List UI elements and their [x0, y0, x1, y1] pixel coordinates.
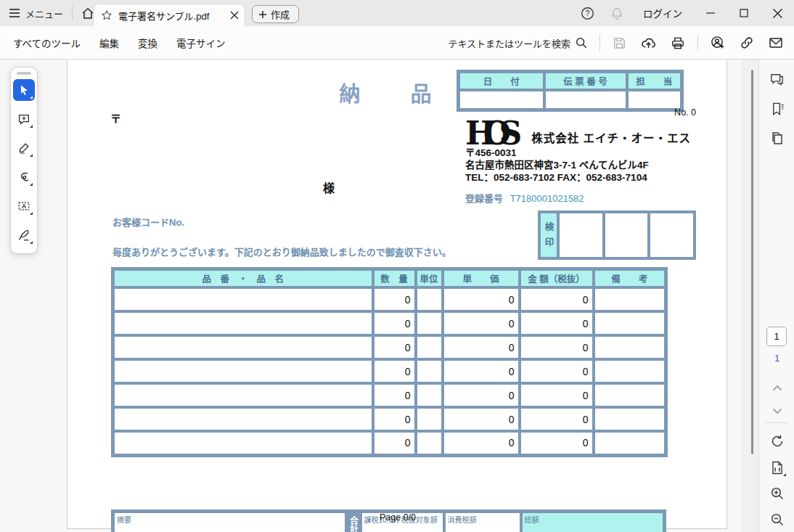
- item-unit: [416, 359, 443, 383]
- add-reviewer-button[interactable]: [704, 31, 732, 54]
- minimize-button[interactable]: [694, 0, 727, 26]
- document-workspace: 納 品 書 〒 日 付 伝 票 番 号 担 当 No.: [0, 60, 794, 532]
- page-count-label: 1: [759, 353, 794, 364]
- slip-number-cell: [544, 90, 627, 110]
- fill-sign-tool-button[interactable]: [13, 224, 35, 246]
- save-icon: [613, 36, 626, 50]
- print-button[interactable]: [664, 32, 692, 54]
- item-amount: 0: [520, 311, 594, 335]
- stamp-label: 検印: [541, 213, 557, 257]
- stamp-cell: [650, 213, 693, 257]
- cloud-upload-icon: [641, 36, 656, 50]
- previous-page-button[interactable]: [767, 377, 787, 398]
- item-qty: 0: [373, 311, 416, 335]
- maximize-button[interactable]: [727, 0, 761, 26]
- bookmarks-panel-button[interactable]: [767, 99, 787, 119]
- email-button[interactable]: [762, 32, 790, 54]
- toolbar-separator: [599, 35, 600, 51]
- bell-icon: [610, 7, 623, 20]
- palette-drag-handle[interactable]: [17, 72, 31, 75]
- acrobat-window: メニュー 電子署名サンプル.pdf 作成: [0, 0, 794, 532]
- select-tool-button[interactable]: [13, 79, 35, 101]
- page-footer: Page 0/0: [329, 512, 467, 523]
- zoom-out-icon: [770, 512, 785, 527]
- comment-plus-icon: [17, 112, 30, 126]
- comments-icon: [769, 73, 785, 87]
- recipient-postal-mark: 〒: [110, 110, 121, 126]
- toolbar-edit[interactable]: 編集: [92, 31, 126, 54]
- item-unit: [416, 431, 443, 455]
- page-number-input[interactable]: 1: [766, 327, 787, 346]
- items-col-price: 単 価: [443, 269, 520, 288]
- help-icon: ?: [581, 7, 594, 20]
- item-name: [113, 287, 373, 311]
- table-row: 0 0 0: [113, 335, 666, 359]
- scrollbar-thumb[interactable]: [751, 70, 753, 454]
- fit-page-button[interactable]: [767, 457, 787, 478]
- rotate-icon: [770, 434, 785, 449]
- comment-tool-button[interactable]: [13, 108, 35, 130]
- star-icon[interactable]: [101, 9, 112, 21]
- item-unit: [416, 407, 443, 431]
- person-add-icon: [711, 36, 725, 50]
- tab-close-icon[interactable]: [230, 11, 239, 20]
- share-link-button[interactable]: [733, 31, 761, 54]
- item-note: [594, 359, 666, 383]
- save-button[interactable]: [606, 32, 633, 54]
- menu-button[interactable]: メニュー: [0, 0, 72, 26]
- sidebar-divider: [766, 422, 788, 423]
- item-amount: 0: [520, 383, 594, 407]
- item-amount: 0: [520, 359, 594, 383]
- create-label: 作成: [271, 7, 290, 21]
- item-note: [594, 383, 666, 407]
- rotate-page-button[interactable]: [767, 431, 787, 451]
- stamp-cell: [560, 213, 602, 257]
- close-button[interactable]: [761, 0, 794, 26]
- draw-tool-button[interactable]: [13, 166, 35, 188]
- items-col-note: 備 考: [594, 269, 666, 288]
- grand-total-cell: 総額: [521, 512, 665, 532]
- toolbar-all-tools[interactable]: すべてのツール: [6, 31, 88, 54]
- cursor-arrow-icon: [18, 84, 30, 96]
- toolbar-esign[interactable]: 電子サイン: [169, 31, 233, 54]
- hamburger-icon: [9, 8, 20, 18]
- item-note: [594, 431, 666, 455]
- comments-panel-button[interactable]: [767, 70, 787, 90]
- item-note: [594, 335, 666, 359]
- share-upload-button[interactable]: [634, 32, 663, 54]
- help-button[interactable]: ?: [573, 0, 602, 26]
- sign-pen-icon: [17, 229, 30, 242]
- create-tab-button[interactable]: 作成: [252, 5, 299, 23]
- zoom-out-button[interactable]: [767, 510, 787, 530]
- vertical-scrollbar[interactable]: [742, 60, 758, 532]
- svg-text:A: A: [22, 202, 26, 210]
- table-row: 0 0 0: [113, 311, 666, 335]
- search-button[interactable]: テキストまたはツールを検索: [442, 32, 594, 54]
- registration-label: 登録番号: [465, 193, 503, 204]
- highlight-tool-button[interactable]: [13, 137, 35, 159]
- col-slip-number: 伝 票 番 号: [544, 72, 627, 91]
- company-name: 株式会社 エイチ・オー・エス: [531, 129, 691, 145]
- item-qty: 0: [373, 287, 416, 311]
- login-button[interactable]: ログイン: [631, 6, 694, 20]
- zoom-in-icon: [770, 486, 785, 501]
- text-box-tool-button[interactable]: A: [13, 195, 35, 217]
- main-toolbar: すべてのツール 編集 変換 電子サイン テキストまたはツールを検索: [0, 26, 794, 60]
- customer-code-label: お客様コードNo.: [112, 215, 184, 229]
- item-qty: 0: [373, 359, 416, 383]
- link-icon: [740, 36, 754, 50]
- zoom-in-button[interactable]: [767, 483, 787, 504]
- next-page-button[interactable]: [767, 401, 787, 421]
- notifications-button[interactable]: [602, 0, 631, 26]
- title-bar: メニュー 電子署名サンプル.pdf 作成: [0, 0, 794, 26]
- items-col-qty: 数 量: [373, 269, 416, 288]
- registration-number: T7180001021582: [510, 193, 584, 204]
- item-price: 0: [443, 359, 520, 383]
- page-thumbnails-button[interactable]: [767, 128, 787, 148]
- table-row: 0 0 0: [113, 287, 666, 311]
- item-amount: 0: [520, 431, 594, 455]
- company-address: 名古屋市熱田区神宮3-7-1 べんてんビル4F: [465, 159, 705, 171]
- document-tab[interactable]: 電子署名サンプル.pdf: [93, 4, 245, 26]
- item-name: [113, 311, 373, 335]
- toolbar-convert[interactable]: 変換: [131, 31, 165, 54]
